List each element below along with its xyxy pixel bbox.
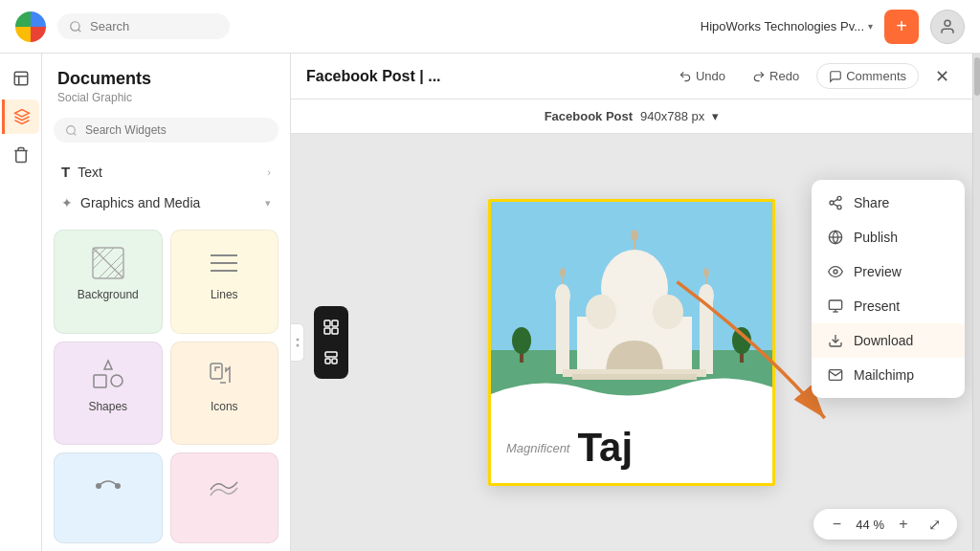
redo-icon bbox=[752, 70, 766, 83]
svg-point-18 bbox=[111, 375, 122, 386]
icons-label: Icons bbox=[211, 400, 238, 413]
dropdown-download[interactable]: Download bbox=[812, 323, 965, 358]
undo-icon bbox=[679, 70, 692, 83]
canvas-area: Facebook Post | ... Undo Redo Comments ✕ bbox=[291, 54, 972, 551]
zoom-out-button[interactable]: − bbox=[825, 513, 848, 536]
nav-item-graphics[interactable]: ✦ Graphics and Media ▾ bbox=[54, 187, 278, 218]
controls-panel bbox=[314, 306, 348, 379]
zoom-bar: − 44 % + ⤢ bbox=[813, 509, 957, 540]
widget-search bbox=[54, 118, 278, 143]
icons-widget-icon bbox=[207, 358, 241, 392]
svg-point-57 bbox=[830, 201, 834, 205]
svg-line-5 bbox=[74, 133, 76, 135]
comments-button[interactable]: Comments bbox=[816, 63, 919, 89]
ctrl-grid-btn[interactable] bbox=[318, 314, 345, 341]
zoom-in-button[interactable]: + bbox=[892, 513, 915, 536]
present-icon bbox=[827, 298, 844, 315]
nav-graphics-chevron: ▾ bbox=[265, 197, 271, 209]
nav-text-arrow: › bbox=[267, 166, 271, 178]
widget-search-input[interactable] bbox=[85, 123, 267, 137]
mailchimp-label: Mailchimp bbox=[854, 367, 914, 383]
svg-rect-26 bbox=[332, 320, 338, 326]
svg-line-60 bbox=[834, 199, 838, 202]
svg-rect-20 bbox=[211, 364, 222, 379]
widget-background[interactable]: Background bbox=[54, 230, 163, 334]
design-big-text: Taj bbox=[577, 428, 633, 468]
nav-text-label: Text bbox=[78, 165, 102, 180]
widget-more2[interactable] bbox=[170, 452, 279, 543]
redo-button[interactable]: Redo bbox=[743, 63, 809, 89]
user-avatar[interactable] bbox=[930, 10, 965, 44]
dropdown-share[interactable]: Share bbox=[812, 186, 965, 220]
svg-point-48 bbox=[653, 295, 683, 329]
preview-label: Preview bbox=[854, 264, 902, 279]
ctrl-layout-btn[interactable] bbox=[318, 344, 345, 371]
panel-subtitle: Social Graphic bbox=[57, 91, 275, 104]
svg-marker-19 bbox=[104, 361, 112, 369]
shapes-widget-icon bbox=[91, 358, 125, 392]
sidebar-item-layers[interactable] bbox=[2, 99, 39, 134]
close-button[interactable]: ✕ bbox=[926, 61, 957, 92]
left-panel: Documents Social Graphic T Text › ✦ Grap… bbox=[42, 54, 291, 551]
download-label: Download bbox=[854, 333, 913, 348]
search-icon bbox=[69, 20, 82, 33]
svg-point-47 bbox=[586, 295, 616, 329]
panel-resize-handle[interactable] bbox=[291, 323, 304, 362]
svg-point-21 bbox=[96, 483, 101, 489]
sidebar-item-trash[interactable] bbox=[4, 138, 38, 172]
svg-line-1 bbox=[78, 29, 81, 32]
dropdown-mailchimp[interactable]: Mailchimp bbox=[812, 358, 965, 392]
lines-label: Lines bbox=[211, 288, 238, 301]
undo-button[interactable]: Undo bbox=[669, 63, 735, 89]
right-scrollbar[interactable] bbox=[972, 54, 980, 551]
publish-icon bbox=[827, 229, 844, 246]
fullscreen-button[interactable]: ⤢ bbox=[923, 513, 946, 536]
app-logo[interactable] bbox=[15, 11, 46, 42]
panel-nav: T Text › ✦ Graphics and Media ▾ bbox=[42, 152, 290, 222]
design-card-image bbox=[491, 202, 772, 413]
download-icon bbox=[827, 332, 844, 349]
svg-rect-30 bbox=[325, 359, 330, 364]
svg-point-58 bbox=[837, 206, 841, 209]
scroll-thumb[interactable] bbox=[974, 57, 980, 96]
svg-point-4 bbox=[67, 125, 76, 134]
canvas-size-bar: Facebook Post 940x788 px ▾ bbox=[291, 99, 972, 134]
panel-title: Documents bbox=[57, 69, 275, 89]
widget-more1[interactable] bbox=[54, 452, 163, 543]
dropdown-menu: Share Publish Preview bbox=[812, 180, 965, 398]
canvas-size: 940x788 px bbox=[640, 109, 704, 123]
panel-header: Documents Social Graphic bbox=[42, 54, 290, 108]
preview-icon bbox=[827, 263, 844, 280]
svg-point-63 bbox=[834, 270, 837, 274]
canvas-size-chevron: ▾ bbox=[712, 109, 719, 123]
search-input[interactable] bbox=[90, 19, 205, 33]
design-card[interactable]: Magnificent Taj bbox=[488, 199, 775, 486]
more1-widget-icon bbox=[91, 469, 125, 503]
widgets-grid: Background Lines Shapes bbox=[42, 222, 290, 551]
text-icon: T bbox=[61, 164, 70, 180]
zoom-value: 44 % bbox=[856, 518, 884, 532]
more2-widget-icon bbox=[207, 469, 241, 503]
dropdown-preview[interactable]: Preview bbox=[812, 254, 965, 289]
svg-point-23 bbox=[296, 339, 299, 342]
nav-item-text[interactable]: T Text › bbox=[54, 156, 278, 187]
design-small-text: Magnificent bbox=[506, 441, 569, 455]
widget-search-icon bbox=[65, 124, 78, 137]
svg-rect-31 bbox=[332, 359, 337, 364]
dropdown-present[interactable]: Present bbox=[812, 289, 965, 323]
canvas-toolbar: Facebook Post | ... Undo Redo Comments ✕ bbox=[291, 54, 972, 99]
canvas-workspace[interactable]: Magnificent Taj bbox=[291, 134, 972, 551]
widget-icons[interactable]: Icons bbox=[170, 342, 279, 446]
canvas-content: Facebook Post 940x788 px ▾ bbox=[291, 99, 972, 551]
svg-point-22 bbox=[115, 483, 121, 489]
background-label: Background bbox=[78, 288, 139, 301]
add-button[interactable]: + bbox=[884, 10, 919, 44]
graphics-icon: ✦ bbox=[61, 195, 73, 210]
dropdown-publish[interactable]: Publish bbox=[812, 220, 965, 254]
design-card-text-area: Magnificent Taj bbox=[491, 413, 772, 484]
sidebar-item-pages[interactable] bbox=[4, 61, 38, 96]
widget-lines[interactable]: Lines bbox=[170, 230, 279, 334]
comments-icon bbox=[829, 70, 842, 83]
canvas-type: Facebook Post bbox=[545, 109, 633, 123]
widget-shapes[interactable]: Shapes bbox=[54, 342, 163, 446]
